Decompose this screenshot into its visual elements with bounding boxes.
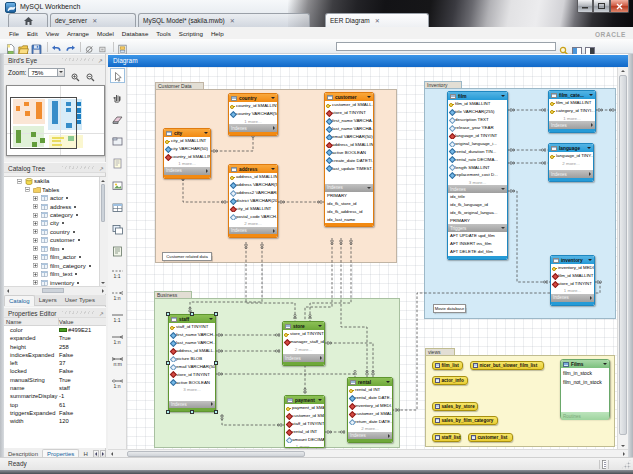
tab-close-icon[interactable]: ✕ xyxy=(375,17,380,24)
diagram-title-bar[interactable]: Diagram xyxy=(108,55,628,67)
view-film_list[interactable]: film_list xyxy=(432,361,463,370)
doc-tab-dev-server[interactable]: dev_server✕ xyxy=(50,13,136,27)
canvas-vscroll-thumb[interactable] xyxy=(619,75,627,435)
save-model-icon[interactable] xyxy=(31,41,42,52)
tab-close-icon[interactable]: ✕ xyxy=(230,17,235,24)
routine-group-films[interactable]: Filmsfilm_in_stockfilm_not_in_stockRouti… xyxy=(560,359,610,419)
palette-tool-hand-icon[interactable] xyxy=(111,90,124,103)
table-section-indexes[interactable]: Indexes xyxy=(229,227,277,235)
view-nicer_but_slower_film_list[interactable]: nicer_but_slower_film_list xyxy=(470,361,544,370)
canvas-vertical-scrollbar[interactable] xyxy=(617,67,628,449)
scroll-down-arrow[interactable] xyxy=(618,442,628,449)
table-section-indexes[interactable]: Indexes xyxy=(164,167,210,175)
new-document-icon[interactable] xyxy=(5,41,16,52)
connector[interactable] xyxy=(341,238,367,377)
search-icon[interactable] xyxy=(559,42,569,51)
section-arrow-icon[interactable] xyxy=(206,169,208,173)
tree-expander-icon[interactable] xyxy=(17,179,22,184)
collapse-arrow-icon[interactable] xyxy=(271,168,275,170)
tree-expander-icon[interactable] xyxy=(33,263,38,268)
routine-row-film_in_stock[interactable]: film_in_stock xyxy=(561,368,609,378)
table-column-row[interactable]: address_id SMALLINT xyxy=(325,140,373,148)
table-index-row[interactable]: AFT INSERT ins_film xyxy=(448,240,507,248)
tree-expander-icon[interactable] xyxy=(25,187,30,192)
diagram-canvas[interactable]: Customer DataInventoryBusinessviewscount… xyxy=(127,67,617,449)
tree-expander-icon[interactable] xyxy=(33,255,38,260)
table-city[interactable]: citycity_id SMALLINTcity VARCHAR(50)coun… xyxy=(163,128,211,179)
table-inventory[interactable]: inventoryinventory_id MEDI...film_id SMA… xyxy=(550,255,595,306)
palette-tool-image-icon[interactable] xyxy=(111,178,124,191)
palette-tool-layer-icon[interactable] xyxy=(111,134,124,147)
table-index-row[interactable]: idx_fk_original_langua... xyxy=(448,209,507,217)
table-column-row[interactable]: inventory_id MEDI... xyxy=(348,402,392,410)
section-arrow-icon[interactable] xyxy=(591,123,593,127)
section-arrow-icon[interactable] xyxy=(589,172,591,176)
selection-handle[interactable] xyxy=(166,361,170,365)
collapse-arrow-icon[interactable] xyxy=(588,259,592,261)
table-column-row[interactable]: store_id TINYINT xyxy=(169,370,215,378)
selection-handle[interactable] xyxy=(214,312,218,316)
tab-close-icon[interactable]: ✕ xyxy=(92,17,97,24)
table-column-row[interactable]: city_id SMALLINT xyxy=(164,137,210,145)
table-column-row[interactable]: staff_id TINYINT xyxy=(285,420,324,428)
tree-item-table-category[interactable]: category xyxy=(4,211,106,219)
table-store[interactable]: storestore_id TINYINTmanager_staff_id ..… xyxy=(282,321,325,366)
table-column-row[interactable]: inventory_id MEDI... xyxy=(551,264,594,272)
tree-item-table-country[interactable]: country xyxy=(4,228,106,236)
scroll-down-arrow[interactable] xyxy=(100,279,106,286)
menu-database[interactable]: Database xyxy=(118,30,153,37)
property-row-manualSizing[interactable]: manualSizingTrue xyxy=(4,376,106,384)
table-language[interactable]: languagelanguage_id TINY...2 more...Inde… xyxy=(548,143,594,182)
tree-item-table-film_category[interactable]: film_category xyxy=(4,262,106,270)
table-column-row[interactable]: store_id TINYINT xyxy=(283,330,324,338)
table-index-row[interactable]: AFT DELETE del_film xyxy=(448,248,507,256)
palette-tool-rel-n-m-identifying-icon[interactable]: n:m xyxy=(111,354,124,367)
close-button[interactable] xyxy=(610,0,629,13)
table-column-row[interactable]: staff_id TINYINT xyxy=(169,323,215,331)
scroll-up-arrow[interactable] xyxy=(618,67,628,74)
panel-collapse-icon[interactable]: ↗ xyxy=(99,164,104,175)
table-column-row[interactable]: store_id TINYINT xyxy=(551,280,594,288)
table-film[interactable]: filmfilm_id SMALLINTtitle VARCHAR(255)de… xyxy=(447,91,508,260)
property-row-top[interactable]: top61 xyxy=(4,401,106,409)
table-index-row[interactable]: idx_fk_store_id xyxy=(325,199,373,207)
scroll-up-arrow[interactable] xyxy=(100,177,106,184)
table-column-row[interactable]: active BOOLEAN xyxy=(325,148,373,156)
table-column-row[interactable]: rental_duration TIN... xyxy=(448,147,507,155)
note-customer-related-data[interactable]: Customer related data xyxy=(162,252,212,261)
toggle-right-sidebar-icon[interactable] xyxy=(585,42,595,51)
table-section-indexes[interactable]: Indexes xyxy=(549,170,593,178)
routine-row-film_not_in_stock[interactable]: film_not_in_stock xyxy=(561,378,609,388)
palette-tool-rel-1-n-identifying-icon[interactable]: 1:n xyxy=(111,332,124,345)
connector[interactable] xyxy=(216,374,355,377)
connector[interactable] xyxy=(222,413,284,425)
tree-expander-icon[interactable] xyxy=(33,213,38,218)
tree-item-table-film[interactable]: film xyxy=(4,245,106,253)
tree-item-table-inventory[interactable]: inventory xyxy=(4,278,106,286)
table-column-row[interactable]: rental_date DATE... xyxy=(348,394,392,402)
view-sales_by_store[interactable]: sales_by_store xyxy=(432,402,478,411)
table-section-indexes[interactable]: Indexes xyxy=(325,184,373,192)
palette-tool-rel-1-1-non-identifying-icon[interactable]: 1:1 xyxy=(111,266,124,279)
selection-handle[interactable] xyxy=(166,410,170,414)
property-row-expanded[interactable]: expandedTrue xyxy=(4,334,106,342)
tree-item-table-city[interactable]: city xyxy=(4,219,106,227)
table-column-row[interactable]: last_name VARCHA... xyxy=(325,125,373,133)
collapse-arrow-icon[interactable] xyxy=(209,318,213,320)
section-arrow-icon[interactable] xyxy=(367,187,371,189)
table-column-row[interactable]: replacement_cost D... xyxy=(448,171,507,179)
table-column-row[interactable]: email VARCHAR(50) xyxy=(169,362,215,370)
property-row-triggersExpanded[interactable]: triggersExpandedFalse xyxy=(4,409,106,417)
table-index-row[interactable]: idx_title xyxy=(448,193,507,201)
section-arrow-icon[interactable] xyxy=(388,434,390,438)
collapse-arrow-icon[interactable] xyxy=(367,96,371,98)
section-arrow-icon[interactable] xyxy=(273,126,275,130)
table-column-row[interactable]: film_id SMALLINT xyxy=(549,99,595,107)
menu-model[interactable]: Model xyxy=(93,30,118,37)
menu-arrange[interactable]: Arrange xyxy=(63,30,93,37)
table-rental[interactable]: rentalrental_id INTrental_date DATE...in… xyxy=(347,377,393,443)
menu-file[interactable]: File xyxy=(5,30,23,37)
table-column-row[interactable]: postal_code VARCH... xyxy=(229,212,277,220)
table-section-indexes[interactable]: Indexes xyxy=(229,124,277,132)
table-column-row[interactable]: store_id TINYINT xyxy=(325,109,373,117)
